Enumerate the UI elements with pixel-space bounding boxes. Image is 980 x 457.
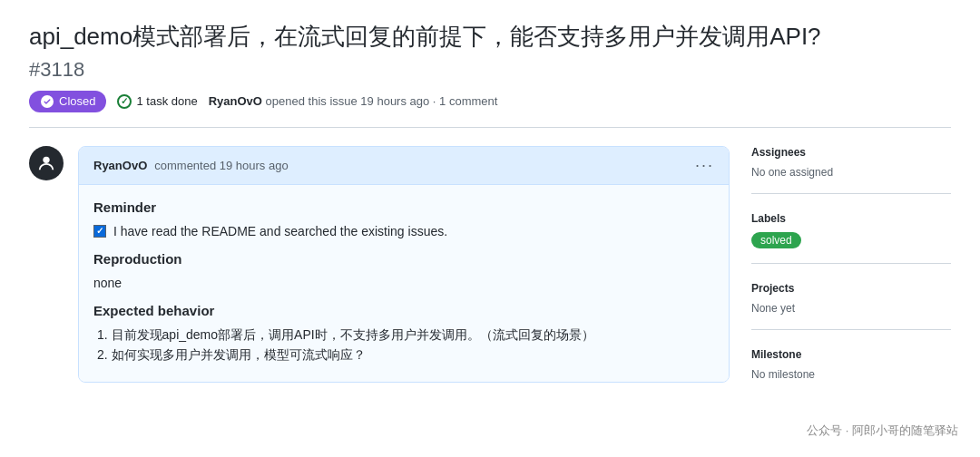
projects-value: None yet — [751, 302, 951, 315]
assignees-label: Assignees — [751, 146, 951, 159]
more-options-icon[interactable]: ··· — [695, 156, 714, 175]
milestone-label: Milestone — [751, 348, 951, 361]
comment-header: RyanOvO commented 19 hours ago ··· — [79, 147, 729, 185]
closed-badge: Closed — [29, 91, 106, 112]
checkbox-icon — [93, 225, 106, 238]
main-layout: RyanOvO commented 19 hours ago ··· Remin… — [29, 146, 951, 413]
content-area: RyanOvO commented 19 hours ago ··· Remin… — [29, 146, 730, 413]
list-item: 1. 目前发现api_demo部署后，调用API时，不支持多用户并发调用。（流式… — [93, 327, 714, 344]
comment-timestamp: commented 19 hours ago — [154, 159, 288, 172]
comment-header-left: RyanOvO commented 19 hours ago — [93, 159, 289, 172]
comment-author[interactable]: RyanOvO — [93, 159, 147, 172]
labels-label: Labels — [751, 212, 951, 225]
comment-with-avatar: RyanOvO commented 19 hours ago ··· Remin… — [29, 146, 730, 383]
label-badge-solved[interactable]: solved — [751, 232, 801, 248]
check-circle-icon — [40, 94, 54, 109]
projects-label: Projects — [751, 282, 951, 295]
avatar — [29, 146, 64, 180]
reproduction-heading: Reproduction — [93, 251, 714, 267]
reproduction-value: none — [93, 276, 714, 290]
closed-label: Closed — [59, 94, 95, 108]
svg-point-0 — [43, 156, 49, 162]
expected-list: 1. 目前发现api_demo部署后，调用API时，不支持多用户并发调用。（流式… — [93, 327, 714, 364]
sidebar-milestone: Milestone No milestone — [751, 348, 951, 395]
list-item: 2. 如何实现多用户并发调用，模型可流式响应？ — [93, 347, 714, 364]
checkbox-row: I have read the README and searched the … — [93, 224, 714, 238]
sidebar-labels: Labels solved — [751, 212, 951, 264]
expected-heading: Expected behavior — [93, 303, 714, 318]
milestone-value: No milestone — [751, 368, 951, 381]
issue-author-link[interactable]: RyanOvO — [209, 94, 262, 108]
reminder-heading: Reminder — [93, 199, 714, 215]
task-circle-icon: ✓ — [117, 94, 132, 109]
comment-block: RyanOvO commented 19 hours ago ··· Remin… — [78, 146, 730, 383]
comment-body: Reminder I have read the README and sear… — [79, 185, 729, 382]
sidebar: Assignees No one assigned Labels solved … — [751, 146, 951, 413]
issue-meta-text: RyanOvO opened this issue 19 hours ago ·… — [209, 94, 498, 108]
task-done-badge: ✓ 1 task done — [117, 94, 197, 109]
task-done-text: 1 task done — [136, 94, 197, 108]
watermark: 公众号 · 阿郎小哥的随笔驿站 — [799, 419, 965, 435]
sidebar-projects: Projects None yet — [751, 282, 951, 330]
checkbox-label: I have read the README and searched the … — [113, 224, 447, 238]
issue-number: #3118 — [29, 58, 951, 82]
issue-title: api_demo模式部署后，在流式回复的前提下，能否支持多用户并发调用API? — [29, 22, 951, 53]
sidebar-assignees: Assignees No one assigned — [751, 146, 951, 194]
assignees-value: No one assigned — [751, 166, 951, 179]
issue-meta-row: Closed ✓ 1 task done RyanOvO opened this… — [29, 91, 951, 128]
